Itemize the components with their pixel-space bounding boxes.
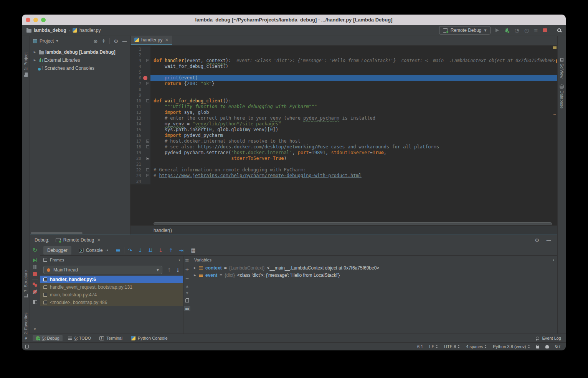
code-line[interactable]: 24 [130, 179, 557, 184]
line-number[interactable]: 22 [130, 167, 141, 173]
locate-file-icon[interactable]: ⊕ [94, 38, 98, 44]
file-encoding-select[interactable]: UTF-8 [444, 344, 460, 349]
gutter[interactable]: 11 [130, 104, 150, 110]
caret-position[interactable]: 6:1 [417, 344, 423, 349]
line-number[interactable]: 16 [130, 133, 141, 138]
pin-icon[interactable]: → [177, 258, 180, 263]
error-stripe-mark[interactable] [553, 114, 556, 115]
next-frame-icon[interactable]: ↓ [176, 267, 180, 273]
gutter[interactable]: 2 [130, 52, 150, 58]
gutter[interactable]: 1 [130, 46, 150, 52]
line-number[interactable]: 4 [130, 64, 141, 69]
duplicate-watch-icon[interactable] [185, 298, 189, 302]
code-line[interactable]: 14 my_venv = "venv/lib/python*/site-pack… [130, 121, 557, 127]
line-number[interactable]: 2 [130, 52, 141, 58]
line-number[interactable]: 14 [130, 121, 141, 127]
inspections-hector-icon[interactable] [545, 345, 549, 348]
gutter[interactable]: 7 [130, 81, 150, 87]
line-separator-select[interactable]: LF [429, 344, 438, 349]
code-line[interactable]: 18 # see also: https://docs.docker.com/d… [130, 144, 557, 150]
stop-icon[interactable] [33, 272, 37, 276]
fold-end-icon[interactable] [146, 82, 149, 85]
code-line[interactable]: 19 pydevd_pycharm.settrace('host.docker.… [130, 150, 557, 156]
run-icon[interactable] [496, 28, 499, 32]
project-panel-title[interactable]: Project [40, 38, 54, 44]
code-line[interactable]: 3def handler(event, context): event: <cl… [130, 58, 557, 64]
line-number[interactable]: 18 [130, 144, 141, 150]
code-line[interactable]: 12 import sys, glob [130, 110, 557, 115]
variable-row[interactable]: ▶event = {dict} <class 'dict'>: {'messag… [191, 271, 557, 279]
line-number[interactable]: 24 [130, 179, 141, 184]
gutter[interactable]: 4 [130, 64, 150, 69]
pin-icon[interactable]: → [105, 248, 108, 252]
run-to-cursor-icon[interactable]: ⇥ [179, 247, 183, 253]
line-number[interactable]: 19 [130, 150, 141, 156]
close-icon[interactable]: × [165, 37, 168, 43]
line-number[interactable]: 6 [130, 75, 141, 81]
indent-select[interactable]: 4 spaces [466, 344, 487, 349]
gutter[interactable]: 14 [130, 121, 150, 127]
gutter[interactable]: 12 [130, 110, 150, 115]
line-number[interactable]: 5 [130, 69, 141, 75]
gutter[interactable]: 20 [130, 156, 150, 161]
fold-end-icon[interactable] [146, 145, 149, 148]
gutter[interactable]: 15 [130, 127, 150, 133]
code-line[interactable]: 16 import pydevd_pycharm [130, 133, 557, 138]
editor-breadcrumb[interactable]: handler() [130, 225, 557, 235]
stop-icon[interactable] [543, 28, 547, 32]
add-watch-icon[interactable]: + [185, 266, 189, 272]
chevron-down-icon[interactable]: ▼ [56, 39, 58, 43]
code-line[interactable]: 6 print(event) [130, 75, 557, 81]
lock-icon[interactable] [536, 346, 539, 348]
gutter[interactable]: 17 [130, 138, 150, 144]
event-log-button[interactable]: Event Log [536, 336, 561, 340]
fold-start-icon[interactable] [146, 140, 149, 143]
rerun-icon[interactable]: ↻ [33, 247, 37, 253]
code-line[interactable]: 1 [130, 46, 557, 52]
gutter[interactable]: 22 [130, 167, 150, 173]
step-out-icon[interactable]: ↑ [169, 247, 173, 253]
force-step-into-icon[interactable]: ⇊ [148, 247, 153, 253]
hide-panel-icon[interactable]: — [546, 237, 551, 243]
editor-tab-handler[interactable]: handler.py × [131, 36, 172, 45]
fold-start-icon[interactable] [146, 59, 149, 62]
line-number[interactable]: 13 [130, 115, 141, 121]
line-number[interactable]: 11 [130, 104, 141, 110]
code-line[interactable]: 11 """Utility function to enable debuggi… [130, 104, 557, 110]
show-watches-icon[interactable]: oo [184, 306, 190, 311]
evaluate-expression-icon[interactable]: ▦ [191, 247, 195, 253]
resume-icon[interactable] [33, 258, 37, 262]
gutter[interactable]: 23 [130, 173, 150, 179]
fold-start-icon[interactable] [146, 99, 149, 102]
step-into-my-code-icon[interactable]: ↓ [159, 247, 163, 253]
code-line[interactable]: 10def wait_for_debug_client(): [130, 98, 557, 104]
gutter[interactable]: 21 [130, 161, 150, 167]
variable-row[interactable]: ▶context = {LambdaContext} <__main__.Lam… [191, 264, 557, 271]
editor-hscrollbar[interactable] [130, 222, 557, 225]
line-number[interactable]: 7 [130, 81, 141, 87]
mute-breakpoints-icon[interactable] [33, 290, 37, 294]
line-number[interactable]: 20 [130, 156, 141, 161]
tool-window-button-debug[interactable]: 5: Debug [33, 335, 63, 341]
gutter[interactable]: 6 [130, 75, 150, 81]
code-line[interactable]: 17 # host.docker.internal should resolve… [130, 138, 557, 144]
project-tree-item[interactable]: ▶External Libraries [30, 56, 130, 64]
project-tree-item[interactable]: Scratches and Consoles [30, 64, 130, 72]
tool-tab-project[interactable]: 1: Project [23, 53, 28, 77]
tool-tab-database[interactable]: Database [560, 85, 564, 108]
line-number[interactable]: 1 [130, 46, 141, 52]
sync-icon[interactable]: ↻? [555, 344, 560, 349]
gutter[interactable]: 5 [130, 69, 150, 75]
line-number[interactable]: 9 [130, 92, 141, 98]
search-everywhere-icon[interactable] [557, 28, 561, 32]
restore-layout-icon[interactable] [33, 300, 37, 304]
step-into-icon[interactable]: ↓ [138, 247, 142, 253]
tool-tab-favorites[interactable]: ★ 2: Favorites [23, 312, 28, 340]
pin-icon[interactable]: → [551, 258, 554, 263]
gutter[interactable]: 10 [130, 98, 150, 104]
chevron-right-icon[interactable]: ▶ [32, 59, 37, 62]
gutter[interactable]: 3 [130, 58, 150, 64]
code-line[interactable]: 4 wait_for_debug_client() [130, 64, 557, 69]
line-number[interactable]: 3 [130, 58, 141, 64]
expand-chevron-icon[interactable]: ▶ [194, 274, 197, 277]
